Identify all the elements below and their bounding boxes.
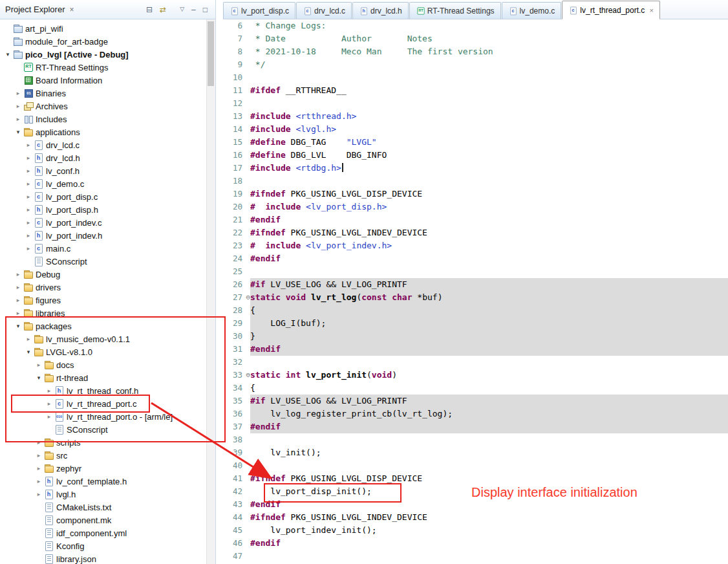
tree-item[interactable]: ▸figures: [0, 294, 207, 307]
fold-minus-icon[interactable]: ⊖: [246, 369, 250, 382]
collapsed-arrow-icon[interactable]: ▸: [23, 232, 34, 239]
tree-item[interactable]: ▸clv_port_disp.c: [0, 190, 207, 203]
collapsed-arrow-icon[interactable]: ▸: [23, 180, 34, 187]
tree-item[interactable]: ▸hlv_rt_thread_conf.h: [0, 384, 207, 397]
tree-item[interactable]: ▾rt-thread: [0, 371, 207, 384]
line-number: 34: [223, 382, 250, 395]
tree-item[interactable]: ▸clv_demo.c: [0, 177, 207, 190]
collapsed-arrow-icon[interactable]: ▸: [13, 103, 23, 109]
editor-tab[interactable]: RTRT-Thread Settings: [409, 2, 501, 19]
tree-item[interactable]: ▸clv_rt_thread_port.c: [0, 397, 207, 410]
minimize-icon[interactable]: –: [191, 6, 196, 14]
tree-item[interactable]: SConscript: [0, 255, 207, 268]
collapsed-arrow-icon[interactable]: ▸: [13, 271, 23, 277]
tree-item[interactable]: ▸zephyr: [0, 462, 207, 475]
tree-item[interactable]: ▸hlv_port_indev.h: [0, 229, 207, 242]
collapsed-arrow-icon[interactable]: ▸: [34, 491, 44, 497]
collapsed-arrow-icon[interactable]: ▸: [23, 206, 34, 213]
tree-item[interactable]: ▾pico_lvgl [Active - Debug]: [0, 48, 207, 61]
tree-item[interactable]: RTRT-Thread Settings: [0, 61, 207, 74]
tree-item[interactable]: ▸hlv_port_disp.h: [0, 203, 207, 216]
editor-tab[interactable]: cdrv_lcd.c: [296, 2, 352, 19]
collapsed-arrow-icon[interactable]: ▸: [44, 400, 54, 407]
tree-item[interactable]: ▸cdrv_lcd.c: [0, 138, 207, 151]
tree-item[interactable]: ▸lv_music_demo-v0.1.1: [0, 332, 207, 345]
collapsed-arrow-icon[interactable]: ▸: [13, 310, 23, 316]
tree-item[interactable]: ▸scripts: [0, 436, 207, 449]
collapsed-arrow-icon[interactable]: ▸: [13, 284, 23, 290]
tree-item[interactable]: idf_component.yml: [0, 526, 207, 539]
expanded-arrow-icon[interactable]: ▾: [34, 374, 44, 381]
editor-tab[interactable]: clv_rt_thread_port.c×: [562, 1, 660, 19]
tree-item[interactable]: ▸Archives: [0, 100, 207, 113]
tree-item[interactable]: ▸010lv_rt_thread_port.o - [arm/le]: [0, 410, 207, 423]
collapsed-arrow-icon[interactable]: ▸: [13, 297, 23, 303]
tree-item[interactable]: ▸hlv_conf_template.h: [0, 475, 207, 488]
tree-item[interactable]: ▸clv_port_indev.c: [0, 216, 207, 229]
tree-scrollbar[interactable]: [206, 19, 215, 564]
tree-item[interactable]: library.json: [0, 552, 207, 564]
code-token: [306, 292, 311, 302]
link-with-editor-icon[interactable]: ⇄: [160, 6, 166, 14]
collapsed-arrow-icon[interactable]: ▸: [23, 245, 34, 252]
tree-item[interactable]: module_for_art-badge: [0, 35, 207, 48]
collapsed-arrow-icon[interactable]: ▸: [34, 465, 44, 472]
tree-item[interactable]: ▾LVGL-v8.1.0: [0, 345, 207, 358]
tree-item[interactable]: ▸cmain.c: [0, 242, 207, 255]
tree-item[interactable]: ▸Includes: [0, 113, 207, 125]
collapsed-arrow-icon[interactable]: ▸: [34, 439, 44, 446]
collapsed-arrow-icon[interactable]: ▸: [23, 142, 34, 148]
collapsed-arrow-icon[interactable]: ▸: [44, 387, 54, 394]
tree-item[interactable]: SConscript: [0, 423, 207, 436]
tree-item[interactable]: ▸Debug: [0, 268, 207, 281]
collapsed-arrow-icon[interactable]: ▸: [23, 155, 34, 161]
line-number-gutter: 7: [223, 32, 250, 45]
expanded-arrow-icon[interactable]: ▾: [13, 129, 23, 135]
c-file-icon: c: [34, 191, 44, 202]
tree-item-label: packages: [34, 321, 74, 331]
collapse-all-icon[interactable]: ⊟: [146, 6, 153, 14]
tree-item[interactable]: ▾applications: [0, 125, 207, 138]
tree-item[interactable]: ▸drivers: [0, 281, 207, 294]
collapsed-arrow-icon[interactable]: ▸: [23, 336, 34, 342]
tree-item[interactable]: Board Information: [0, 74, 207, 87]
tree-item[interactable]: ▸hlvgl.h: [0, 488, 207, 501]
expanded-arrow-icon[interactable]: ▾: [13, 323, 23, 329]
collapsed-arrow-icon[interactable]: ▸: [23, 193, 34, 200]
tab-close-icon[interactable]: ×: [649, 6, 653, 14]
code-text: LOG_I(buf);: [250, 317, 728, 330]
expanded-arrow-icon[interactable]: ▾: [3, 51, 13, 58]
collapsed-arrow-icon[interactable]: ▸: [13, 116, 23, 122]
collapsed-arrow-icon[interactable]: ▸: [23, 219, 34, 226]
maximize-icon[interactable]: □: [203, 6, 208, 14]
expanded-arrow-icon[interactable]: ▾: [23, 349, 34, 355]
tree-item[interactable]: component.mk: [0, 514, 207, 526]
tree-scrollbar-thumb[interactable]: [208, 21, 214, 86]
tree-item[interactable]: art_pi_wifi: [0, 22, 207, 35]
editor-tab[interactable]: clv_demo.c: [502, 2, 562, 19]
fold-minus-icon[interactable]: ⊖: [246, 291, 250, 304]
collapsed-arrow-icon[interactable]: ▸: [34, 478, 44, 484]
tree-item[interactable]: ▸hdrv_lcd.h: [0, 151, 207, 164]
tree-item[interactable]: ▸src: [0, 449, 207, 462]
tree-item[interactable]: ▸libraries: [0, 307, 207, 320]
code-line: 26#if LV_USE_LOG && LV_LOG_PRINTF: [223, 278, 728, 291]
collapsed-arrow-icon[interactable]: ▸: [34, 362, 44, 368]
code-area[interactable]: 6 * Change Logs:7 * Date Author Notes8 *…: [223, 19, 728, 564]
tree-item[interactable]: CMakeLists.txt: [0, 501, 207, 514]
collapsed-arrow-icon[interactable]: ▸: [34, 452, 44, 459]
code-token: [281, 370, 286, 380]
editor-tab[interactable]: clv_port_disp.c: [223, 2, 295, 19]
project-explorer-tab[interactable]: Project Explorer ×: [0, 0, 80, 19]
collapsed-arrow-icon[interactable]: ▸: [13, 90, 23, 96]
view-menu-icon[interactable]: ▽: [180, 6, 184, 12]
tree-item[interactable]: ▾packages: [0, 320, 207, 332]
editor-tab[interactable]: hdrv_lcd.h: [352, 2, 409, 19]
tree-item[interactable]: ▸docs: [0, 358, 207, 371]
close-icon[interactable]: ×: [69, 5, 74, 14]
collapsed-arrow-icon[interactable]: ▸: [44, 413, 54, 420]
tree-item[interactable]: ▸hlv_conf.h: [0, 164, 207, 177]
tree-item[interactable]: Kconfig: [0, 539, 207, 552]
collapsed-arrow-icon[interactable]: ▸: [23, 168, 34, 174]
tree-item[interactable]: ▸01Binaries: [0, 87, 207, 100]
